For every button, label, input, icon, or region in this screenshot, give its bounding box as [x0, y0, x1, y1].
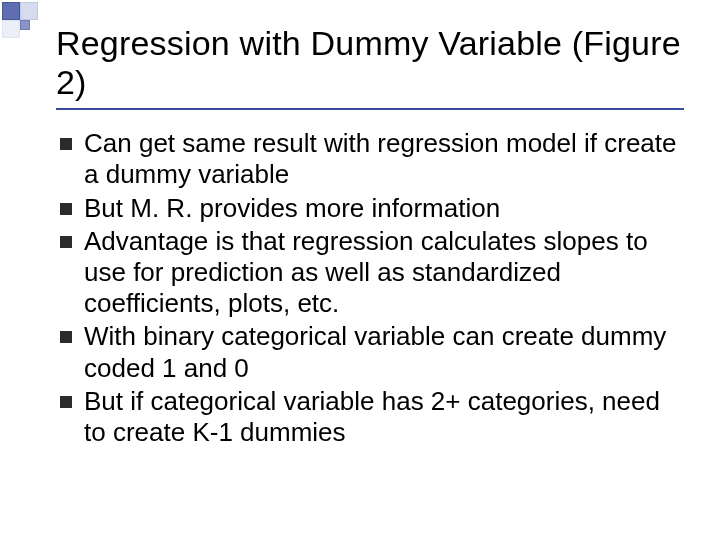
bullet-text: Can get same result with regression mode… [84, 128, 684, 190]
list-item: Advantage is that regression calculates … [60, 226, 684, 320]
bullet-text: But if categorical variable has 2+ categ… [84, 386, 684, 448]
list-item: But if categorical variable has 2+ categ… [60, 386, 684, 448]
square-bullet-icon [60, 331, 72, 343]
corner-decoration-icon [0, 0, 44, 44]
slide-title: Regression with Dummy Variable (Figure 2… [56, 24, 684, 102]
bullet-text: But M. R. provides more information [84, 193, 500, 224]
bullet-text: With binary categorical variable can cre… [84, 321, 684, 383]
list-item: With binary categorical variable can cre… [60, 321, 684, 383]
list-item: But M. R. provides more information [60, 193, 684, 224]
list-item: Can get same result with regression mode… [60, 128, 684, 190]
slide: Regression with Dummy Variable (Figure 2… [0, 0, 720, 540]
title-underline [56, 108, 684, 110]
square-bullet-icon [60, 236, 72, 248]
bullet-list: Can get same result with regression mode… [56, 128, 684, 448]
square-bullet-icon [60, 203, 72, 215]
bullet-text: Advantage is that regression calculates … [84, 226, 684, 320]
square-bullet-icon [60, 396, 72, 408]
square-bullet-icon [60, 138, 72, 150]
